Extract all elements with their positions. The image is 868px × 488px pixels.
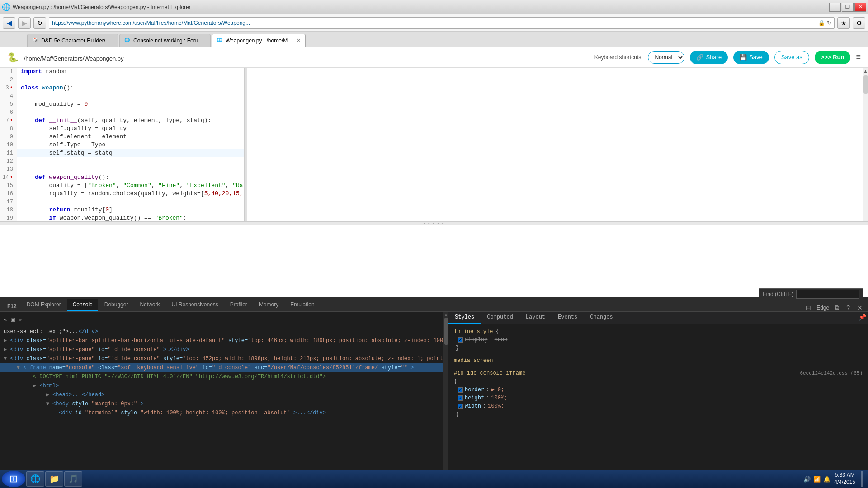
devtools-panel: F12 DOM Explorer Console Debugger Networ… xyxy=(0,297,868,488)
separate-window-button[interactable]: ⧉ xyxy=(833,304,841,311)
toolbar-right: Keyboard shortcuts: Normal 🔗 Share 💾 Sav… xyxy=(594,51,861,64)
restore-button[interactable]: ❐ xyxy=(842,3,854,12)
find-label: Find (Ctrl+F) xyxy=(763,291,793,297)
help-button[interactable]: ? xyxy=(844,304,852,311)
share-button[interactable]: 🔗 Share xyxy=(690,51,728,64)
pointer-tool[interactable]: ↖ xyxy=(4,315,7,323)
tab-console[interactable]: 🌐 Console not working : Forums _ xyxy=(119,34,211,47)
iframe-open-brace: { xyxy=(452,377,864,385)
tab-close-weapongen[interactable]: ✕ xyxy=(297,38,301,43)
taskbar-explorer[interactable]: 📁 xyxy=(45,471,63,487)
code-line-17: 17 xyxy=(0,198,244,206)
save-as-button[interactable]: Save as xyxy=(774,51,809,64)
devtab-network[interactable]: Network xyxy=(134,299,165,311)
dock-button[interactable]: ⊟ xyxy=(804,304,813,311)
border-checkbox[interactable]: ✓ xyxy=(458,387,463,393)
devtab-memory[interactable]: Memory xyxy=(254,299,284,311)
tabs-bar: 🎲 D&D 5e Character Builder/Gen... 🌐 Cons… xyxy=(0,32,868,47)
dom-line-10: <div id="terminal" style="width: 100%; h… xyxy=(0,408,443,418)
taskbar: ⊞ 🌐 📁 🎵 🔊 📶 🔔 5:33 AM 4/4/2015 xyxy=(0,470,868,488)
taskbar-ie[interactable]: 🌐 xyxy=(26,471,44,487)
media-selector: media screen xyxy=(454,357,493,364)
taskbar-clock[interactable]: 5:33 AM 4/4/2015 xyxy=(834,472,855,486)
devtab-debugger[interactable]: Debugger xyxy=(99,299,134,311)
code-line-8: 8 self.quality = quality xyxy=(0,125,244,133)
inline-style-selector: Inline style xyxy=(454,328,493,335)
devtools-tabs-left: F12 DOM Explorer Console Debugger Networ… xyxy=(4,299,320,311)
devtab-dom-explorer[interactable]: DOM Explorer xyxy=(21,299,66,311)
height-checkbox[interactable]: ✓ xyxy=(458,395,463,401)
favorites-button[interactable]: ★ xyxy=(837,17,850,29)
dom-line-5[interactable]: ▼ <iframe name="console" class="soft_key… xyxy=(0,363,443,372)
horizontal-splitter[interactable]: • • • • • xyxy=(0,221,868,225)
devtab-console[interactable]: Console xyxy=(67,299,98,311)
url-bar[interactable]: https://www.pythonanywhere.com/user/Maf/… xyxy=(49,17,835,29)
volume-icon[interactable]: 🔊 xyxy=(803,476,811,483)
mode-select[interactable]: Normal xyxy=(648,51,684,64)
styles-tab-layout[interactable]: Layout xyxy=(519,312,552,324)
styles-tab-computed[interactable]: Computed xyxy=(481,312,519,324)
devtools-close-button[interactable]: ✕ xyxy=(855,304,864,311)
run-button[interactable]: >>> Run xyxy=(815,51,851,64)
window-title: Weapongen.py : /home/Maf/Generators/Weap… xyxy=(13,4,191,10)
dom-scrollbar[interactable]: ▲ xyxy=(443,312,448,477)
edge-label: Edge xyxy=(816,305,829,311)
taskbar-media[interactable]: 🎵 xyxy=(64,471,82,487)
close-button[interactable]: ✕ xyxy=(854,3,866,12)
find-input[interactable] xyxy=(796,290,859,299)
tab-favicon-dnd: 🎲 xyxy=(32,38,38,44)
devtab-emulation[interactable]: Emulation xyxy=(285,299,320,311)
devtab-profiler[interactable]: Profiler xyxy=(225,299,253,311)
code-panel[interactable]: 1 import random 2 3• class weapon(): 4 5… xyxy=(0,68,244,221)
tab-dnd[interactable]: 🎲 D&D 5e Character Builder/Gen... xyxy=(27,34,118,47)
show-desktop-button[interactable] xyxy=(861,471,863,487)
dom-line-9: ▼ <body style="margin: 0px;" > xyxy=(0,399,443,408)
dom-panel[interactable]: ↖ ▣ ✏ user-select: text;">...</div> ▶ <d… xyxy=(0,312,443,477)
refresh-button[interactable]: ↻ xyxy=(33,17,46,29)
share-icon: 🔗 xyxy=(696,54,703,61)
box-tool[interactable]: ▣ xyxy=(11,315,14,323)
notification-icon[interactable]: 🔔 xyxy=(823,476,830,483)
code-line-13: 13 xyxy=(0,165,244,174)
styles-pin-button[interactable]: 📌 xyxy=(857,312,868,324)
ie-icon: 🌐 xyxy=(30,474,40,484)
minimize-button[interactable]: — xyxy=(829,3,841,12)
menu-button[interactable]: ≡ xyxy=(856,52,861,62)
iframe-rule: #id_ide_console iframe 6eec124e142e.css … xyxy=(452,369,864,418)
title-bar-left: 🌐 Weapongen.py : /home/Maf/Generators/We… xyxy=(2,3,191,11)
keyboard-shortcuts-label: Keyboard shortcuts: xyxy=(594,54,643,61)
start-button[interactable]: ⊞ xyxy=(2,471,25,487)
breadcrumb: 🐍 /home/Maf/Generators/Weapongen.py xyxy=(7,52,124,63)
media-screen-rule: media screen xyxy=(452,357,864,365)
tab-favicon-console: 🌐 xyxy=(124,38,131,44)
dom-line-1: user-select: text;">...</div> xyxy=(0,327,443,336)
tab-weapongen[interactable]: 🌐 Weapongen.py : /home/M... ✕ xyxy=(212,34,306,47)
back-button[interactable]: ◀ xyxy=(3,17,15,29)
edit-tool[interactable]: ✏ xyxy=(19,315,22,323)
display-checkbox[interactable]: ✓ xyxy=(458,337,463,343)
width-checkbox[interactable]: ✓ xyxy=(458,404,463,409)
code-line-4: 4 xyxy=(0,92,244,100)
title-bar: 🌐 Weapongen.py : /home/Maf/Generators/We… xyxy=(0,0,868,14)
styles-tab-styles[interactable]: Styles xyxy=(448,312,481,324)
styles-panel: Styles Computed Layout Events Changes 📌 … xyxy=(448,312,868,477)
browser-icon: 🌐 xyxy=(2,3,11,11)
devtab-ui-responsiveness[interactable]: UI Responsiveness xyxy=(166,299,223,311)
vertical-scrollbar[interactable]: ▲ xyxy=(863,68,868,221)
address-bar: ◀ ▶ ↻ https://www.pythonanywhere.com/use… xyxy=(0,14,868,32)
devtools-tabs-right: ⊟ Edge ⧉ ? ✕ xyxy=(804,304,864,311)
styles-tab-changes[interactable]: Changes xyxy=(584,312,619,324)
forward-button[interactable]: ▶ xyxy=(18,17,31,29)
dom-line-3: ▶ <div class="splitter-pane" id="id_ide_… xyxy=(0,345,443,354)
save-button[interactable]: 💾 Save xyxy=(733,51,769,64)
save-icon: 💾 xyxy=(740,54,747,61)
devtools-tabs: F12 DOM Explorer Console Debugger Networ… xyxy=(0,297,868,312)
styles-tab-events[interactable]: Events xyxy=(552,312,584,324)
taskbar-date-text: 4/4/2015 xyxy=(834,479,855,486)
media-icon: 🎵 xyxy=(68,474,78,484)
styles-tabs: Styles Computed Layout Events Changes 📌 xyxy=(448,312,868,324)
tools-button[interactable]: ⚙ xyxy=(853,17,865,29)
network-icon[interactable]: 📶 xyxy=(813,476,821,483)
lock-icon: 🔒 xyxy=(818,20,825,26)
editor-area: 1 import random 2 3• class weapon(): 4 5… xyxy=(0,68,868,221)
